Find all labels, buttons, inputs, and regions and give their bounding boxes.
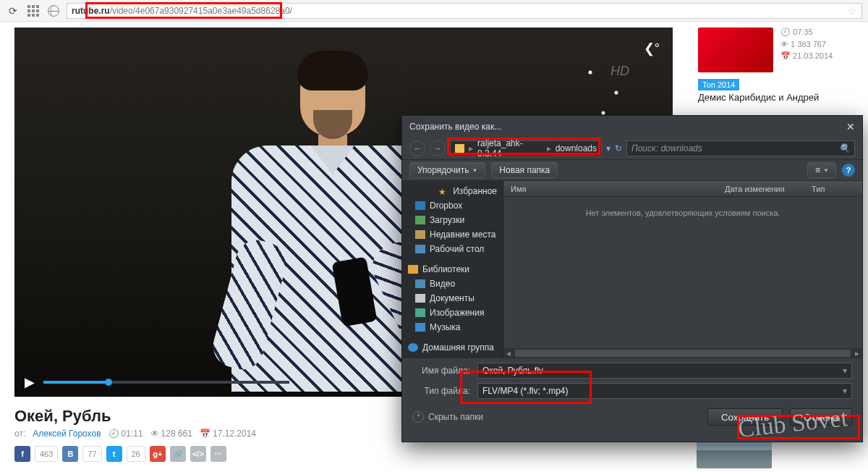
share-tw-count: 26 — [127, 446, 145, 462]
hd-badge: HD — [610, 64, 629, 79]
breadcrumb[interactable]: ▸ raljeta_ahk-0.3.44▸ downloads — [450, 140, 602, 156]
search-placeholder: Поиск: downloads — [631, 143, 702, 153]
dialog-title: Сохранить видео как... — [409, 122, 501, 132]
col-type[interactable]: Тип — [804, 185, 862, 193]
url-host: rutube.ru — [72, 6, 110, 16]
share-tw-button[interactable]: t — [106, 446, 122, 462]
dialog-body: ★Избранное Dropbox Загрузки Недавние мес… — [402, 181, 862, 358]
address-bar[interactable]: rutube.ru/video/4e067a930927415a0e3ae49a… — [67, 3, 862, 19]
forward-button[interactable]: → — [430, 140, 446, 156]
col-date[interactable]: Дата изменения — [718, 185, 804, 193]
rec-meta: 🕘 07:35 👁 1 383 767 📅 21.03.2014 — [780, 28, 833, 72]
filetype-label: Тип файла: — [412, 386, 470, 396]
share-fb-count: 463 — [35, 446, 58, 462]
save-button[interactable]: Сохранить — [707, 408, 783, 426]
empty-message: Нет элементов, удовлетворяющих условиям … — [503, 208, 862, 217]
dialog-titlebar: Сохранить видео как... ✕ — [402, 116, 862, 138]
author-link[interactable]: Алексей Горохов — [33, 429, 101, 439]
view-button[interactable]: ≡ ▼ — [807, 162, 836, 178]
col-name[interactable]: Имя — [503, 185, 718, 193]
nav-tree[interactable]: ★Избранное Dropbox Загрузки Недавние мес… — [402, 181, 503, 358]
rec-thumb — [698, 28, 773, 72]
rec-badge: Топ 2014 — [698, 79, 739, 90]
back-button[interactable]: ← — [409, 140, 425, 156]
save-dialog: Сохранить видео как... ✕ ← → ▸ raljeta_a… — [402, 116, 862, 442]
cancel-button[interactable]: Отмена — [790, 408, 852, 426]
organize-button[interactable]: Упорядочить▼ — [409, 162, 485, 178]
crumb-1[interactable]: raljeta_ahk-0.3.44 — [477, 138, 542, 159]
search-input[interactable]: Поиск: downloads 🔍 — [626, 140, 855, 156]
apps-icon[interactable] — [26, 4, 41, 18]
share-vk-count: 77 — [82, 446, 101, 462]
crumb-2[interactable]: downloads — [556, 143, 597, 153]
refresh-icon[interactable]: ↻ — [615, 143, 622, 153]
duration: 🕘 01:11 — [109, 429, 143, 439]
recommendation-1[interactable]: 🕘 07:35 👁 1 383 767 📅 21.03.2014 — [698, 28, 854, 72]
share-gp-button[interactable]: g+ — [150, 446, 166, 462]
url-path: /video/4e067a930927415a0e3ae49a5d8628a0/ — [110, 6, 292, 16]
filetype-select[interactable]: FLV/MP4 (*.flv; *.mp4)▾ — [477, 383, 852, 399]
share-fb-button[interactable]: f — [14, 446, 30, 462]
from-label: от: — [14, 429, 25, 439]
new-folder-button[interactable]: Новая папка — [491, 162, 558, 178]
share-link-button[interactable]: 🔗 — [170, 446, 186, 462]
columns-header[interactable]: Имя Дата изменения Тип — [503, 181, 862, 197]
help-icon[interactable]: ? — [842, 164, 855, 177]
filename-label: Имя файла: — [412, 366, 470, 376]
close-icon[interactable]: ✕ — [846, 121, 855, 132]
folder-icon — [455, 144, 464, 153]
progress-bar[interactable] — [43, 381, 289, 384]
share-more-button[interactable]: ⋯ — [210, 446, 226, 462]
dialog-footer: ˄Скрыть папки Сохранить Отмена — [402, 403, 862, 431]
dialog-toolbar: Упорядочить▼ Новая папка ≡ ▼ ? — [402, 159, 862, 181]
h-scrollbar[interactable]: ◂▸ — [503, 348, 862, 358]
bookmark-icon[interactable]: ☆ — [848, 5, 857, 17]
play-button[interactable]: ▶ — [25, 374, 35, 390]
views: 👁 128 661 — [150, 429, 192, 439]
dialog-nav: ← → ▸ raljeta_ahk-0.3.44▸ downloads ▾ ↻ … — [402, 138, 862, 159]
upload-date: 📅 17.12.2014 — [200, 429, 256, 439]
filename-input[interactable]: Окей, Рубль.flv▾ — [477, 363, 852, 379]
reload-icon[interactable]: ⟳ — [6, 4, 20, 18]
breadcrumb-dropdown-icon[interactable]: ▾ — [606, 143, 610, 153]
share-embed-button[interactable]: </> — [190, 446, 206, 462]
rec-title[interactable]: Демис Карибидис и Андрей — [698, 92, 854, 103]
share-icon[interactable]: ❮° — [644, 41, 660, 56]
browser-toolbar: ⟳ rutube.ru/video/4e067a930927415a0e3ae4… — [0, 0, 868, 22]
file-list[interactable]: Имя Дата изменения Тип Нет элементов, уд… — [503, 181, 862, 358]
share-row: f463 B77 t26 g+ 🔗 </> ⋯ — [14, 446, 684, 462]
dialog-fields: Имя файла: Окей, Рубль.flv▾ Тип файла: F… — [402, 358, 862, 403]
hide-folders-button[interactable]: ˄Скрыть папки — [412, 411, 483, 423]
search-icon[interactable]: 🔍 — [839, 143, 850, 153]
share-vk-button[interactable]: B — [62, 446, 78, 462]
globe-icon — [46, 4, 61, 18]
